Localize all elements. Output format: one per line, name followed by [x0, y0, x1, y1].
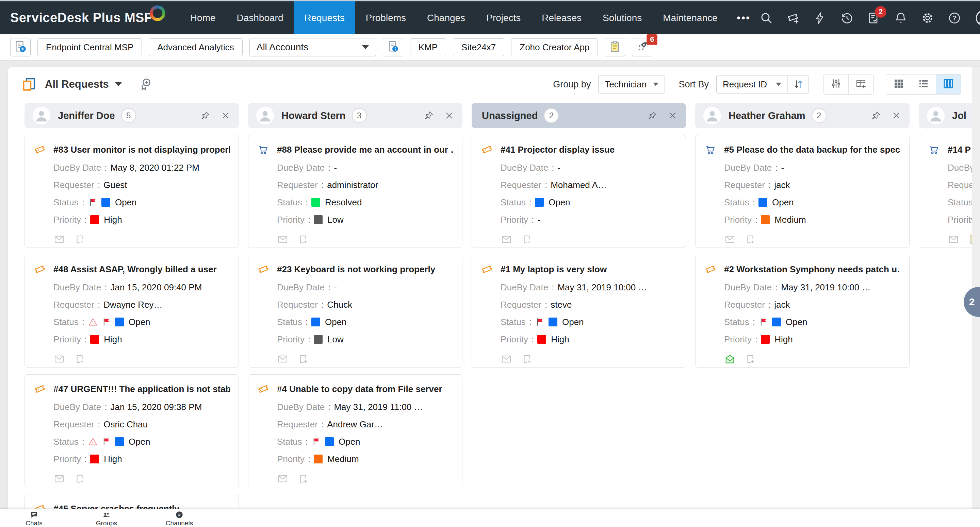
request-card-14[interactable]: #14 PDueBy Date:Requester:Status:Priorit… [919, 135, 980, 248]
group-by-dropdown[interactable]: Technician [598, 75, 665, 94]
request-title[interactable]: #47 URGENT!!! The application is not sta… [53, 383, 230, 395]
column-header-jeniffer-doe[interactable]: Jeniffer Doe5 [24, 103, 239, 128]
email-icon[interactable] [277, 473, 288, 484]
request-title[interactable]: #23 Keyboard is not working properly [277, 263, 435, 275]
request-title[interactable]: #83 User monitor is not displaying prope… [53, 143, 230, 156]
view-list-button[interactable] [911, 75, 936, 94]
quick-actions-icon[interactable] [813, 11, 827, 25]
column-header-jol[interactable]: Jol [919, 103, 980, 128]
pin-column-icon[interactable] [200, 111, 210, 121]
request-card-88[interactable]: #88 Please provide me an account in our … [248, 135, 463, 248]
accounts-dropdown[interactable]: All Accounts [250, 38, 376, 56]
close-column-icon[interactable] [444, 111, 454, 121]
add-note-icon[interactable] [745, 353, 756, 365]
add-note-icon[interactable] [74, 353, 86, 365]
email-icon[interactable] [501, 233, 512, 245]
request-card-5[interactable]: #5 Please do the data backup for the spe… [695, 135, 910, 248]
nav-item-solutions[interactable]: Solutions [592, 2, 652, 34]
request-card-41[interactable]: #41 Projector display issueDueBy Date:-R… [472, 135, 686, 248]
email-replied-icon[interactable] [724, 353, 736, 365]
column-header-howard-stern[interactable]: Howard Stern3 [248, 103, 463, 128]
nav-item-projects[interactable]: Projects [476, 2, 531, 34]
add-note-icon[interactable] [521, 233, 533, 245]
request-title[interactable]: #48 Assist ASAP, Wrongly billed a user [53, 263, 217, 275]
site24x7-button[interactable]: Site24x7 [453, 38, 504, 56]
email-icon[interactable] [277, 353, 288, 365]
recent-items-icon[interactable] [840, 11, 854, 25]
request-title[interactable]: #2 Workstation Symphony needs patch u… [724, 263, 900, 275]
request-card-1[interactable]: #1 My laptop is very slowDueBy Date:May … [472, 255, 686, 368]
request-title[interactable]: #14 P [948, 143, 971, 156]
pin-column-icon[interactable] [871, 111, 881, 121]
whats-new-button[interactable]: 6 [632, 38, 652, 56]
nav-item-maintenance[interactable]: Maintenance [652, 2, 728, 34]
channels-button[interactable]: #Channels [159, 510, 200, 527]
request-card-47[interactable]: #47 URGENT!!! The application is not sta… [24, 375, 239, 487]
quick-add-button[interactable] [10, 38, 30, 56]
advanced-analytics-button[interactable]: Advanced Analytics [149, 38, 242, 56]
nav-item-dashboard[interactable]: Dashboard [226, 2, 294, 34]
email-icon[interactable] [501, 353, 512, 365]
notifications-icon[interactable] [894, 11, 907, 25]
add-note-icon[interactable] [298, 353, 309, 365]
close-column-icon[interactable] [891, 111, 901, 121]
add-note-icon[interactable] [521, 353, 533, 365]
request-title[interactable]: #1 My laptop is very slow [501, 263, 607, 275]
nav-item-releases[interactable]: Releases [531, 2, 592, 34]
request-card-4[interactable]: #4 Unable to copy data from File serverD… [248, 375, 463, 487]
nav-item-changes[interactable]: Changes [417, 2, 476, 34]
add-column-button[interactable] [848, 75, 873, 94]
approvals-icon[interactable]: 2 [867, 11, 881, 25]
view-title-caret-icon[interactable] [115, 82, 122, 86]
nav-more-menu-icon[interactable]: ••• [728, 2, 760, 34]
chats-button[interactable]: Chats [14, 510, 54, 527]
kmp-button[interactable]: KMP [410, 38, 446, 56]
brand-logo[interactable]: ServiceDesk Plus MSP [10, 2, 165, 34]
request-card-23[interactable]: #23 Keyboard is not working properlyDueB… [248, 255, 463, 368]
add-note-icon[interactable] [298, 233, 309, 245]
sort-field-dropdown[interactable]: Request ID [717, 76, 788, 93]
nav-item-problems[interactable]: Problems [355, 2, 417, 34]
request-card-2[interactable]: #2 Workstation Symphony needs patch u…Du… [695, 255, 910, 368]
column-header-heather-graham[interactable]: Heather Graham2 [695, 103, 910, 128]
add-note-icon[interactable] [745, 233, 756, 245]
user-profile-icon[interactable] [975, 9, 980, 27]
request-card-83[interactable]: #83 User monitor is not displaying prope… [24, 135, 239, 248]
pin-column-icon[interactable] [647, 111, 657, 121]
column-header-unassigned[interactable]: Unassigned2 [472, 103, 686, 128]
add-note-icon[interactable] [74, 233, 86, 245]
request-card-48[interactable]: #48 Assist ASAP, Wrongly billed a userDu… [24, 255, 239, 368]
nav-item-home[interactable]: Home [180, 2, 226, 34]
add-note-icon[interactable] [298, 473, 309, 484]
request-title[interactable]: #4 Unable to copy data from File server [277, 383, 442, 395]
close-column-icon[interactable] [221, 111, 231, 121]
view-kanban-button[interactable] [936, 75, 961, 94]
sort-direction-button[interactable] [788, 76, 808, 93]
zoho-creator-app-button[interactable]: Zoho Creator App [511, 38, 598, 56]
email-icon[interactable] [53, 353, 65, 365]
search-icon[interactable] [759, 11, 773, 25]
email-icon[interactable] [948, 233, 959, 245]
endpoint-central-msp-button[interactable]: Endpoint Central MSP [37, 38, 142, 56]
add-request-icon[interactable] [786, 11, 800, 25]
pin-column-icon[interactable] [424, 111, 434, 121]
nav-item-requests[interactable]: Requests [294, 2, 355, 34]
email-icon[interactable] [277, 233, 288, 245]
notes-button[interactable] [605, 38, 625, 56]
add-filter-icon[interactable] [138, 77, 153, 92]
account-details-button[interactable] [383, 38, 403, 56]
email-icon[interactable] [53, 233, 65, 245]
email-icon[interactable] [724, 233, 736, 245]
request-title[interactable]: #88 Please provide me an account in our … [277, 143, 453, 156]
email-icon[interactable] [53, 473, 65, 484]
help-icon[interactable]: ? [948, 11, 961, 25]
request-title[interactable]: #41 Projector display issue [501, 143, 614, 156]
view-title[interactable]: All Requests [45, 78, 109, 90]
close-column-icon[interactable] [668, 111, 678, 121]
settings-icon[interactable] [921, 11, 934, 25]
view-grid-button[interactable] [886, 75, 911, 94]
groups-button[interactable]: Groups [86, 510, 127, 527]
filter-settings-button[interactable] [824, 75, 848, 94]
request-title[interactable]: #5 Please do the data backup for the spe… [724, 143, 900, 156]
add-note-icon[interactable] [74, 473, 86, 484]
